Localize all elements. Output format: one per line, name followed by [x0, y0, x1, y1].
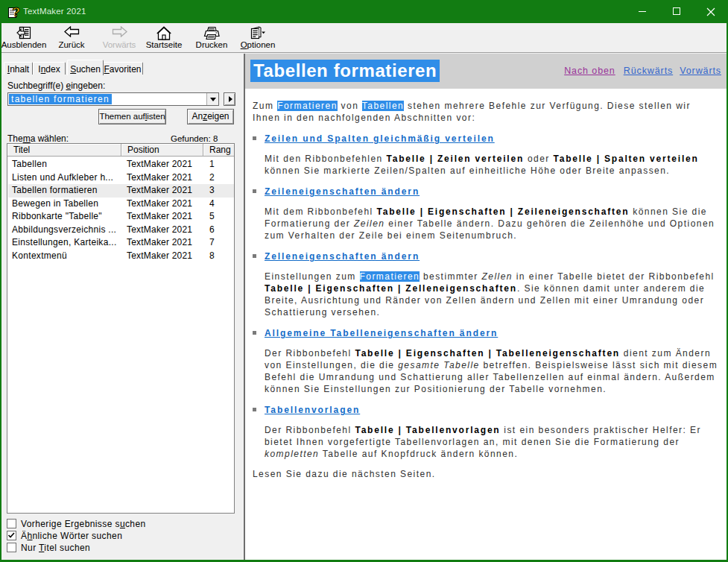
svg-text:?: ? [13, 5, 20, 18]
